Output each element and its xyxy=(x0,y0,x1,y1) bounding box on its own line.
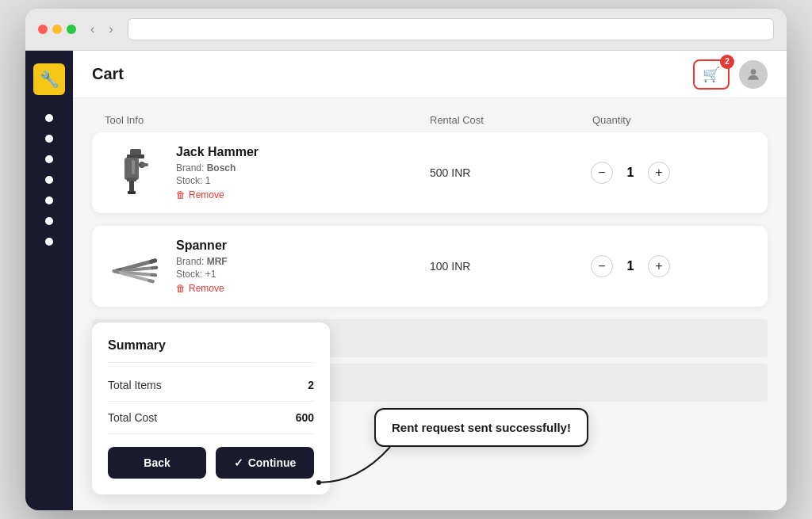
sidebar-nav-item-4[interactable] xyxy=(45,176,53,184)
svg-rect-9 xyxy=(140,163,148,166)
tooltip-arrow-svg xyxy=(311,443,406,490)
svg-point-22 xyxy=(316,480,321,485)
app-header: Cart 🛒 2 xyxy=(73,51,787,98)
svg-rect-12 xyxy=(148,258,157,263)
svg-rect-1 xyxy=(130,149,141,155)
cart-area: Tool Info Rental Cost Quantity xyxy=(73,98,787,510)
logo-icon: 🔧 xyxy=(40,70,59,89)
svg-rect-6 xyxy=(128,191,136,194)
quantity-value-jackhammer: 1 xyxy=(622,166,638,180)
item-info-spanner: Spanner Brand: MRF Stock: +1 🗑 Remove xyxy=(108,239,430,294)
item-details-jackhammer: Jack Hammer Brand: Bosch Stock: 1 🗑 Remo… xyxy=(176,145,259,200)
nav-buttons: ‹ › xyxy=(86,21,118,38)
quantity-control-spanner: − 1 + xyxy=(591,255,752,277)
summary-total-items-row: Total Items 2 xyxy=(108,372,314,398)
trash-icon: 🗑 xyxy=(176,189,186,200)
sidebar-nav-item-7[interactable] xyxy=(45,238,53,246)
item-name-spanner: Spanner xyxy=(176,239,228,253)
sidebar-logo[interactable]: 🔧 xyxy=(33,63,65,95)
continue-button[interactable]: ✓ Continue xyxy=(216,447,314,479)
continue-label: Continue xyxy=(248,456,297,469)
page-title: Cart xyxy=(92,65,124,83)
quantity-control-jackhammer: − 1 + xyxy=(591,162,752,184)
remove-spanner-button[interactable]: 🗑 Remove xyxy=(176,283,224,294)
cart-badge: 2 xyxy=(720,55,734,69)
quantity-value-spanner: 1 xyxy=(622,259,638,273)
item-image-spanner xyxy=(108,239,163,294)
maximize-button[interactable] xyxy=(67,25,76,34)
total-items-label: Total Items xyxy=(108,379,162,391)
header-actions: 🛒 2 xyxy=(693,59,768,90)
checkmark-icon: ✓ xyxy=(234,456,243,469)
sidebar: 🔧 xyxy=(25,51,73,510)
item-brand-jackhammer: Brand: Bosch xyxy=(176,162,259,174)
address-bar[interactable] xyxy=(128,18,774,40)
increase-jackhammer-button[interactable]: + xyxy=(648,162,670,184)
item-brand-spanner: Brand: MRF xyxy=(176,256,228,267)
back-nav-button[interactable]: ‹ xyxy=(86,21,99,38)
svg-rect-21 xyxy=(147,278,155,283)
item-stock-spanner: Stock: +1 xyxy=(176,269,228,280)
item-cost-spanner: 100 INR xyxy=(430,260,591,273)
increase-spanner-button[interactable]: + xyxy=(648,255,670,277)
cart-item-spanner: Spanner Brand: MRF Stock: +1 🗑 Remove 10… xyxy=(92,226,768,307)
app-container: 🔧 Cart 🛒 2 xyxy=(25,51,787,510)
back-button[interactable]: Back xyxy=(108,447,206,479)
total-cost-label: Total Cost xyxy=(108,411,157,424)
table-header: Tool Info Rental Cost Quantity xyxy=(92,114,768,132)
summary-divider xyxy=(108,401,314,402)
svg-point-0 xyxy=(751,69,756,74)
decrease-spanner-button[interactable]: − xyxy=(591,255,613,277)
item-name-jackhammer: Jack Hammer xyxy=(176,145,259,159)
summary-title: Summary xyxy=(108,338,314,363)
item-details-spanner: Spanner Brand: MRF Stock: +1 🗑 Remove xyxy=(176,239,228,294)
traffic-lights xyxy=(38,25,76,34)
item-stock-jackhammer: Stock: 1 xyxy=(176,175,259,186)
item-image-jackhammer xyxy=(108,145,163,200)
item-cost-jackhammer: 500 INR xyxy=(430,166,591,179)
avatar[interactable] xyxy=(739,60,768,89)
close-button[interactable] xyxy=(38,25,48,34)
sidebar-nav-item-1[interactable] xyxy=(45,114,53,122)
svg-rect-7 xyxy=(132,160,135,174)
browser-chrome: ‹ › xyxy=(25,9,787,51)
summary-divider-2 xyxy=(108,433,314,434)
forward-nav-button[interactable]: › xyxy=(104,21,117,38)
cart-button[interactable]: 🛒 2 xyxy=(693,59,730,90)
tooltip-message: Rent request sent successfully! xyxy=(392,421,571,434)
remove-jackhammer-button[interactable]: 🗑 Remove xyxy=(176,189,224,200)
summary-total-cost-row: Total Cost 600 xyxy=(108,405,314,430)
browser-window: ‹ › 🔧 Cart 🛒 xyxy=(25,9,787,510)
main-content: Cart 🛒 2 xyxy=(73,51,787,510)
sidebar-nav-item-3[interactable] xyxy=(45,155,53,163)
sidebar-nav-item-5[interactable] xyxy=(45,197,53,204)
minimize-button[interactable] xyxy=(52,25,62,34)
summary-buttons: Back ✓ Continue xyxy=(108,447,314,479)
sidebar-nav-item-2[interactable] xyxy=(45,135,53,143)
item-info-jackhammer: Jack Hammer Brand: Bosch Stock: 1 🗑 Remo… xyxy=(108,145,430,200)
col-quantity: Quantity xyxy=(592,114,755,126)
cart-item-jackhammer: Jack Hammer Brand: Bosch Stock: 1 🗑 Remo… xyxy=(92,132,768,213)
summary-card: Summary Total Items 2 Total Cost 600 Bac… xyxy=(92,322,330,494)
decrease-jackhammer-button[interactable]: − xyxy=(591,162,613,184)
trash-icon-spanner: 🗑 xyxy=(176,283,186,294)
tooltip-bubble: Rent request sent successfully! xyxy=(374,408,588,447)
sidebar-nav-item-6[interactable] xyxy=(45,217,53,225)
tooltip-container: Rent request sent successfully! xyxy=(374,408,588,447)
total-cost-value: 600 xyxy=(296,411,314,424)
total-items-value: 2 xyxy=(308,379,314,391)
col-rental-cost: Rental Cost xyxy=(430,114,592,126)
col-tool-info: Tool Info xyxy=(105,114,430,126)
